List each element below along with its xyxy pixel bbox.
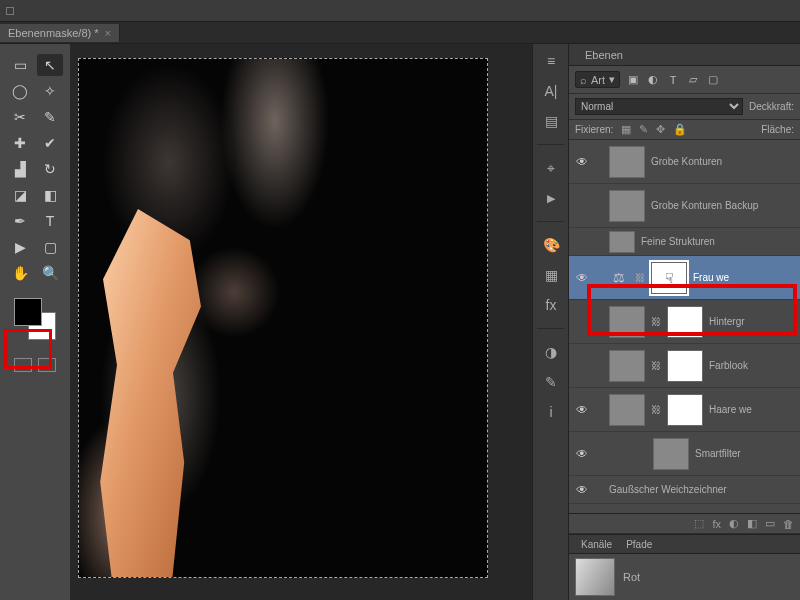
history-panel-icon[interactable]: ≡	[537, 50, 565, 72]
brush-tool-icon[interactable]: ✔	[37, 132, 63, 154]
layer-thumb[interactable]	[609, 306, 645, 338]
lock-label: Fixieren:	[575, 124, 613, 135]
quickmask-icon[interactable]	[14, 358, 32, 372]
layers-panel: Ebenen ⌕ Art ▾ ▣ ◐ T ▱ ▢ Normal Deckkraf…	[568, 44, 800, 600]
color-swatches[interactable]	[14, 298, 56, 340]
layer-thumb[interactable]	[653, 438, 689, 470]
adjustments-panel-icon[interactable]: ◑	[537, 341, 565, 363]
brushes-panel-icon[interactable]: ✎	[537, 371, 565, 393]
filter-smart-icon[interactable]: ▢	[706, 73, 720, 86]
lasso-tool-icon[interactable]: ◯	[7, 80, 33, 102]
layer-thumb[interactable]	[609, 394, 645, 426]
shape-tool-icon[interactable]: ▢	[37, 236, 63, 258]
adjustment-layer-icon[interactable]: ◧	[747, 517, 757, 530]
filter-type-icon[interactable]: T	[666, 74, 680, 86]
channel-thumb	[575, 558, 615, 596]
layer-row[interactable]: 👁Smartfilter	[569, 432, 800, 476]
document-title: Ebenenmaske/8) *	[8, 27, 99, 39]
visibility-icon[interactable]: 👁	[573, 403, 591, 417]
layer-row[interactable]: 👁Grobe Konturen	[569, 140, 800, 184]
layer-filter[interactable]: ⌕ Art ▾	[575, 71, 620, 88]
paths-tab[interactable]: Pfade	[620, 538, 658, 551]
channel-name: Rot	[623, 571, 640, 583]
color-panel-icon[interactable]: 🎨	[537, 234, 565, 256]
layer-mask-thumb[interactable]: ☟	[651, 262, 687, 294]
layer-name: Grobe Konturen Backup	[651, 200, 796, 211]
styles-panel-icon[interactable]: ▤	[537, 110, 565, 132]
actions-panel-icon[interactable]: ▶	[537, 187, 565, 209]
foreground-swatch[interactable]	[14, 298, 42, 326]
layer-row[interactable]: Grobe Konturen Backup	[569, 184, 800, 228]
lock-all-icon[interactable]: 🔒	[673, 123, 687, 136]
crop-tool-icon[interactable]: ✂	[7, 106, 33, 128]
blend-mode-select[interactable]: Normal	[575, 98, 743, 115]
layers-tab[interactable]: Ebenen	[577, 47, 631, 63]
lock-trans-icon[interactable]: ▦	[621, 123, 631, 136]
opacity-label: Deckkraft:	[749, 101, 794, 112]
layer-name: Smartfilter	[695, 448, 796, 459]
path-select-tool-icon[interactable]: ▶	[7, 236, 33, 258]
history-brush-tool-icon[interactable]: ↻	[37, 158, 63, 180]
layer-row[interactable]: Feine Strukturen	[569, 228, 800, 256]
layer-thumb[interactable]	[609, 350, 645, 382]
layer-name: Gaußscher Weichzeichner	[609, 484, 796, 495]
move-tool-icon[interactable]: ↖	[37, 54, 63, 76]
stamp-tool-icon[interactable]: ▟	[7, 158, 33, 180]
layer-thumb[interactable]	[609, 231, 635, 253]
screenmode-icon[interactable]	[38, 358, 56, 372]
canvas-area[interactable]	[70, 44, 532, 600]
eraser-tool-icon[interactable]: ◪	[7, 184, 33, 206]
visibility-icon[interactable]: 👁	[573, 447, 591, 461]
layer-mask-thumb[interactable]	[667, 394, 703, 426]
balance-icon: ⚖	[609, 270, 629, 285]
link-icon: ⛓	[651, 404, 661, 415]
properties-panel-icon[interactable]: fx	[537, 294, 565, 316]
layer-mask-thumb[interactable]	[667, 350, 703, 382]
layer-name: Frau we	[693, 272, 796, 283]
visibility-icon[interactable]: 👁	[573, 271, 591, 285]
filter-adjust-icon[interactable]: ◐	[646, 73, 660, 86]
document-tab[interactable]: Ebenenmaske/8) * ×	[0, 24, 120, 42]
channel-row[interactable]: Rot	[569, 554, 800, 600]
navigator-panel-icon[interactable]: ⌖	[537, 157, 565, 179]
canvas[interactable]	[78, 58, 488, 578]
layer-name: Haare we	[709, 404, 796, 415]
channels-tab[interactable]: Kanäle	[575, 538, 618, 551]
layer-row[interactable]: 👁⛓Haare we	[569, 388, 800, 432]
heal-tool-icon[interactable]: ✚	[7, 132, 33, 154]
layer-mask-thumb[interactable]	[667, 306, 703, 338]
filter-shape-icon[interactable]: ▱	[686, 73, 700, 86]
close-icon[interactable]: ×	[105, 27, 111, 39]
type-tool-icon[interactable]: T	[37, 210, 63, 232]
layer-name: Farblook	[709, 360, 796, 371]
visibility-icon[interactable]: 👁	[573, 155, 591, 169]
layer-row[interactable]: ⛓Hintergr	[569, 300, 800, 344]
layer-row[interactable]: 👁⚖⛓☟Frau we	[569, 256, 800, 300]
grip-icon	[6, 7, 14, 15]
layer-row[interactable]: ⛓Farblook	[569, 344, 800, 388]
link-layers-icon[interactable]: ⬚	[694, 517, 704, 530]
layer-row[interactable]: 👁Gaußscher Weichzeichner	[569, 476, 800, 504]
layers-list: 👁Grobe KonturenGrobe Konturen BackupFein…	[569, 140, 800, 513]
info-panel-icon[interactable]: i	[537, 401, 565, 423]
marquee-tool-icon[interactable]: ▭	[7, 54, 33, 76]
filter-pixel-icon[interactable]: ▣	[626, 73, 640, 86]
eyedropper-tool-icon[interactable]: ✎	[37, 106, 63, 128]
zoom-tool-icon[interactable]: 🔍	[37, 262, 63, 284]
trash-icon[interactable]: 🗑	[783, 518, 794, 530]
lock-paint-icon[interactable]: ✎	[639, 123, 648, 136]
wand-tool-icon[interactable]: ✧	[37, 80, 63, 102]
lock-pos-icon[interactable]: ✥	[656, 123, 665, 136]
group-icon[interactable]: ▭	[765, 517, 775, 530]
pen-tool-icon[interactable]: ✒	[7, 210, 33, 232]
swatches-panel-icon[interactable]: ▦	[537, 264, 565, 286]
link-icon: ⛓	[651, 316, 661, 327]
mask-icon[interactable]: ◐	[729, 517, 739, 530]
fx-icon[interactable]: fx	[712, 518, 721, 530]
gradient-tool-icon[interactable]: ◧	[37, 184, 63, 206]
visibility-icon[interactable]: 👁	[573, 483, 591, 497]
hand-tool-icon[interactable]: ✋	[7, 262, 33, 284]
layer-thumb[interactable]	[609, 190, 645, 222]
character-panel-icon[interactable]: A|	[537, 80, 565, 102]
layer-thumb[interactable]	[609, 146, 645, 178]
